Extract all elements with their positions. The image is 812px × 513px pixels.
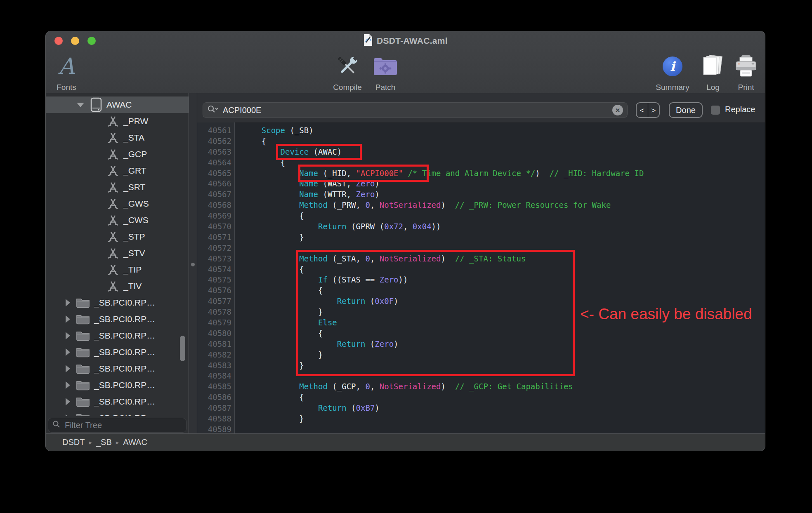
tree-item--tip[interactable]: _TIP (46, 261, 189, 278)
code-line[interactable]: 40570 Return (GPRW (0x72, 0x04)) (197, 221, 765, 232)
tree-item--grt[interactable]: _GRT (46, 162, 189, 179)
tree-item-label: _TIV (123, 281, 142, 291)
tree-item--sb-pci0-rp-[interactable]: _SB.PCI0.RP… (46, 344, 189, 360)
disclosure-triangle-icon[interactable] (66, 348, 70, 356)
tree-item--sb-pci0-rp-[interactable]: _SB.PCI0.RP… (46, 294, 189, 311)
tree-item--gws[interactable]: _GWS (46, 195, 189, 212)
code-line[interactable]: 40562 { (197, 136, 765, 147)
tree-item--gcp[interactable]: _GCP (46, 146, 189, 162)
code-line[interactable]: 40581 Return (Zero) (197, 339, 765, 350)
token-p: , (370, 382, 380, 391)
token-c: // _PRW: Power Resources for Wake (455, 200, 611, 209)
toolbar-print-button[interactable]: Print (727, 49, 765, 92)
filter-tree-input[interactable] (64, 420, 182, 431)
disclosure-triangle-icon[interactable] (66, 381, 70, 389)
tree-item-label: _STA (123, 133, 144, 143)
tree-item--prw[interactable]: _PRW (46, 113, 189, 129)
code-text: Scope (_SB) (243, 125, 314, 136)
toolbar-log-button[interactable]: Log (694, 49, 732, 92)
filter-tree-field[interactable] (48, 418, 186, 433)
code-line[interactable]: 40566 Name (WAST, Zero) (197, 179, 765, 189)
disclosure-triangle-icon[interactable] (66, 365, 70, 372)
code-line[interactable]: 40588 } (197, 414, 765, 424)
sidebar-scrollbar-thumb[interactable] (180, 336, 185, 361)
breadcrumb-item-awac[interactable]: AWAC (123, 438, 147, 447)
tree-item--sta[interactable]: _STA (46, 129, 189, 146)
tree-item--tiv[interactable]: _TIV (46, 278, 189, 294)
disclosure-triangle-icon[interactable] (66, 332, 70, 339)
code-line[interactable]: 40585 Method (_GCP, 0, NotSerialized) //… (197, 381, 765, 392)
method-icon (107, 115, 119, 127)
disclosure-triangle-icon[interactable] (66, 414, 70, 416)
tree-item-label: _SB.PCI0.RP… (94, 314, 155, 324)
disclosure-triangle-icon[interactable] (66, 398, 70, 405)
code-line[interactable]: 40561 Scope (_SB) (197, 125, 765, 136)
tree-item--cws[interactable]: _CWS (46, 212, 189, 228)
code-text: If ((STAS == Zero)) (243, 275, 408, 285)
tree-item--sb-pci0-rp-[interactable]: _SB.PCI0.RP… (46, 410, 189, 416)
find-field[interactable]: ✕ (203, 102, 628, 118)
folder-icon (76, 297, 90, 308)
disclosure-triangle-icon[interactable] (77, 103, 84, 107)
clear-search-icon[interactable]: ✕ (612, 105, 623, 115)
code-line[interactable]: 40565 Name (_HID, "ACPI000E" /* Time and… (197, 168, 765, 179)
app-window: DSDT-AWAC.aml A Fonts (45, 31, 765, 451)
line-number: 40566 (197, 179, 231, 189)
annotation-text: <- Can easily be disabled (580, 306, 752, 323)
disclosure-triangle-icon[interactable] (66, 299, 70, 306)
code-line[interactable]: 40568 Method (_PRW, 0, NotSerialized) //… (197, 200, 765, 211)
token-p: } (299, 361, 304, 370)
find-input[interactable] (222, 105, 609, 115)
tree-item--srt[interactable]: _SRT (46, 179, 189, 195)
breadcrumb-item-dsdt[interactable]: DSDT (62, 438, 85, 447)
code-line[interactable]: 40564 { (197, 158, 765, 168)
code-text: { (243, 285, 323, 296)
code-line[interactable]: 40584 (197, 371, 765, 381)
code-line[interactable]: 40571 } (197, 232, 765, 243)
breadcrumb-item--sb[interactable]: _SB (96, 438, 112, 447)
code-line[interactable]: 40587 Return (0xB7) (197, 403, 765, 414)
tree-item--stp[interactable]: _STP (46, 228, 189, 245)
split-divider[interactable] (189, 93, 197, 434)
token-k: Method (299, 254, 328, 263)
code-line[interactable]: 40563 Device (AWAC) (197, 147, 765, 158)
done-button[interactable]: Done (669, 102, 703, 118)
tree-item--sb-pci0-rp-[interactable]: _SB.PCI0.RP… (46, 327, 189, 344)
code-line[interactable]: 40589 (197, 424, 765, 434)
tree-item-awac[interactable]: AWAC (46, 96, 189, 113)
tree-item--sb-pci0-rp-[interactable]: _SB.PCI0.RP… (46, 311, 189, 327)
toolbar-patch-button[interactable]: Patch (367, 49, 404, 92)
disclosure-triangle-icon[interactable] (66, 315, 70, 323)
code-line[interactable]: 40572 (197, 243, 765, 254)
toolbar-fonts-button[interactable]: A Fonts (46, 49, 87, 92)
code-line[interactable]: 40582 } (197, 350, 765, 360)
line-number: 40589 (197, 424, 231, 434)
find-next-button[interactable]: > (648, 103, 659, 117)
code-line[interactable]: 40574 { (197, 264, 765, 275)
tree-item-label: AWAC (106, 100, 132, 110)
code-line[interactable]: 40576 { (197, 285, 765, 296)
code-line[interactable]: 40573 Method (_STA, 0, NotSerialized) //… (197, 254, 765, 264)
find-previous-button[interactable]: < (637, 103, 648, 117)
acpi-tree: AWAC_PRW_STA_GCP_GRT_SRT_GWS_CWS_STP_STV… (46, 93, 189, 416)
token-p: ( (347, 403, 356, 412)
tree-item--sb-pci0-rp-[interactable]: _SB.PCI0.RP… (46, 377, 189, 393)
line-number: 40577 (197, 296, 231, 307)
replace-checkbox[interactable] (711, 106, 720, 115)
code-content[interactable]: 40561 Scope (_SB)40562 {40563 Device (AW… (197, 122, 765, 434)
code-line[interactable]: 40575 If ((STAS == Zero)) (197, 275, 765, 285)
tree-item--sb-pci0-rp-[interactable]: _SB.PCI0.RP… (46, 393, 189, 410)
tree-item--sb-pci0-rp-[interactable]: _SB.PCI0.RP… (46, 360, 189, 377)
code-text: Return (GPRW (0x72, 0x04)) (243, 221, 441, 232)
code-line[interactable]: 40569 { (197, 211, 765, 221)
tree-item--stv[interactable]: _STV (46, 245, 189, 261)
toolbar-summary-button[interactable]: i Summary (654, 49, 691, 92)
code-line[interactable]: 40580 { (197, 328, 765, 339)
code-line[interactable]: 40583 } (197, 360, 765, 371)
token-k: Method (299, 382, 328, 391)
search-menu-icon[interactable] (207, 105, 219, 115)
line-number: 40586 (197, 392, 231, 403)
code-line[interactable]: 40586 { (197, 392, 765, 403)
code-line[interactable]: 40567 Name (WTTR, Zero) (197, 189, 765, 200)
toolbar-compile-button[interactable]: Compile (329, 49, 366, 92)
